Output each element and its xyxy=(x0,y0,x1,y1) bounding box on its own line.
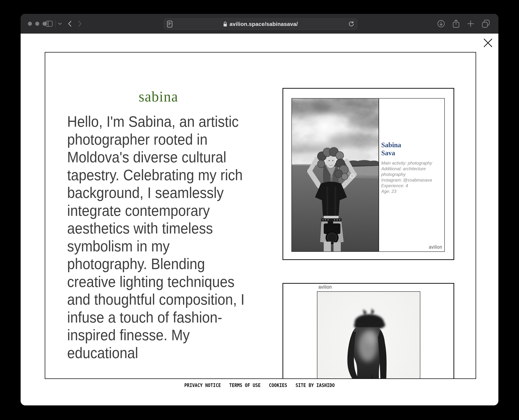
detail-main-activity: Main activity: photography xyxy=(381,160,443,166)
profile-frame: sabina Hello, I'm Sabina, an artistic ph… xyxy=(45,52,476,379)
downloads-icon[interactable] xyxy=(437,20,445,28)
reader-view-icon[interactable] xyxy=(167,21,173,28)
close-window-button[interactable] xyxy=(28,22,32,26)
cookies-link[interactable]: COOKIES xyxy=(269,382,287,388)
window-controls xyxy=(28,22,46,26)
close-overlay-button[interactable] xyxy=(483,38,493,48)
bio-text: Hello, I'm Sabina, an artistic photograp… xyxy=(67,113,249,362)
share-icon[interactable] xyxy=(452,19,460,28)
chevron-down-icon[interactable] xyxy=(58,22,62,25)
toolbar-divider xyxy=(55,20,56,27)
privacy-notice-link[interactable]: PRIVACY NOTICE xyxy=(184,382,221,388)
url-text: avilion.space/sabinasava/ xyxy=(230,21,298,27)
page-title: sabina xyxy=(67,88,250,105)
sidebar-toggle-icon[interactable] xyxy=(45,21,53,27)
page-content: sabina Hello, I'm Sabina, an artistic ph… xyxy=(21,34,498,405)
avilion-watermark: avilion xyxy=(429,244,442,250)
model-card-inner: Sabina Sava Main activity: photography A… xyxy=(291,98,445,252)
model-name: Sabina Sava xyxy=(381,141,443,157)
terms-of-use-link[interactable]: TERMS OF USE xyxy=(229,382,261,388)
detail-age: Age: 23 xyxy=(381,188,443,194)
detail-additional: Additional: architecture photography xyxy=(381,166,443,177)
tab-overview-icon[interactable] xyxy=(481,20,490,28)
detail-instagram: Instagram: @ssabinasava xyxy=(381,177,443,183)
site-by-link[interactable]: SITE BY IASHIDO xyxy=(295,382,335,388)
lock-icon xyxy=(223,21,227,27)
browser-window: avilion.space/sabinasava/ xyxy=(21,14,498,405)
browser-titlebar: avilion.space/sabinasava/ xyxy=(21,14,498,34)
back-icon[interactable] xyxy=(67,20,72,27)
address-bar[interactable]: avilion.space/sabinasava/ xyxy=(164,18,357,30)
footer-links: PRIVACY NOTICE TERMS OF USE COOKIES SITE… xyxy=(49,382,470,388)
minimize-window-button[interactable] xyxy=(35,22,39,26)
model-photo xyxy=(292,98,379,251)
model-info-panel: Sabina Sava Main activity: photography A… xyxy=(379,98,444,251)
gallery-photo xyxy=(317,291,420,379)
avilion-label: avilion xyxy=(318,284,332,290)
forward-icon[interactable] xyxy=(78,20,82,27)
model-card: Sabina Sava Main activity: photography A… xyxy=(283,88,454,260)
detail-experience: Experience: 4 xyxy=(381,183,443,188)
model-details: Main activity: photography Additional: a… xyxy=(381,160,443,194)
reload-icon[interactable] xyxy=(348,21,354,27)
new-tab-icon[interactable] xyxy=(467,20,474,27)
gallery-card: avilion xyxy=(283,283,454,379)
